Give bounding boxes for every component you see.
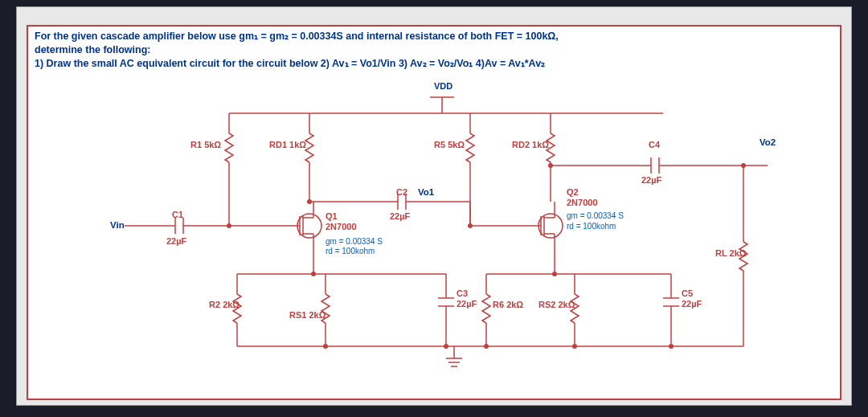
c5-val: 22µF: [682, 299, 702, 309]
svg-point-76: [444, 344, 448, 349]
q2-rd: rd = 100kohm: [567, 222, 616, 231]
c1-ref: C1: [172, 210, 183, 219]
c4-ref: C4: [649, 140, 660, 149]
rs2-label: RS2 2kΩ: [538, 300, 575, 309]
q1-gm: gm = 0.00334 S: [326, 237, 383, 246]
c5-ref: C5: [682, 288, 693, 298]
c3-val: 22µF: [457, 299, 477, 309]
svg-point-55: [307, 199, 312, 204]
page-container: For the given cascade amplifier below us…: [16, 6, 852, 406]
rl-label: RL 2kΩ: [715, 248, 747, 258]
vin-label: Vin: [110, 220, 125, 230]
header-bar: [17, 7, 851, 23]
q2-gm: gm = 0.00334 S: [567, 211, 624, 220]
svg-point-67: [548, 163, 553, 168]
svg-point-74: [552, 272, 557, 276]
svg-point-79: [669, 344, 674, 349]
r1-label: R1 5kΩ: [190, 140, 221, 149]
vo1-label: Vo1: [418, 187, 434, 197]
svg-point-77: [484, 344, 489, 349]
svg-point-75: [323, 344, 328, 349]
vdd-label: VDD: [434, 81, 452, 91]
vo2-label: Vo2: [760, 137, 776, 147]
question-text: For the given cascade amplifier below us…: [28, 27, 840, 74]
q1-rd: rd = 100kohm: [326, 247, 375, 256]
c2-val: 22µF: [390, 211, 410, 221]
circuit-svg: [92, 89, 792, 386]
schematic: VDD Vin Vo1 Vo2 R1 5kΩ RD1 1kΩ R5 5kΩ RD…: [92, 89, 792, 386]
r6-label2: R6 2kΩ: [493, 300, 523, 309]
c2-ref: C2: [396, 187, 407, 197]
q1-type: 2N7000: [326, 222, 357, 231]
rd1-label: RD1 1kΩ: [269, 140, 306, 149]
r2-label: R2 2kΩ: [209, 300, 240, 309]
q2-ref: Q2: [567, 187, 579, 197]
q-line3: 1) Draw the small AC equivalent circuit …: [35, 58, 545, 69]
content-box: For the given cascade amplifier below us…: [27, 25, 841, 400]
rs1-label: RS1 2kΩ: [289, 310, 326, 320]
c4-val: 22µF: [641, 175, 661, 185]
c3-ref: C3: [457, 288, 468, 298]
svg-point-78: [572, 344, 577, 349]
svg-point-66: [468, 223, 473, 228]
svg-point-54: [227, 223, 231, 228]
r5-label: R5 5kΩ: [434, 140, 465, 149]
svg-point-73: [311, 272, 316, 276]
c1-val: 22µF: [166, 236, 186, 246]
rd2-label: RD2 1kΩ: [512, 140, 549, 149]
svg-point-80: [741, 163, 746, 168]
q-line1: For the given cascade amplifier below us…: [35, 31, 559, 42]
q-line2: determine the following:: [35, 44, 150, 55]
q1-ref: Q1: [326, 211, 338, 221]
q2-type: 2N7000: [567, 198, 598, 207]
